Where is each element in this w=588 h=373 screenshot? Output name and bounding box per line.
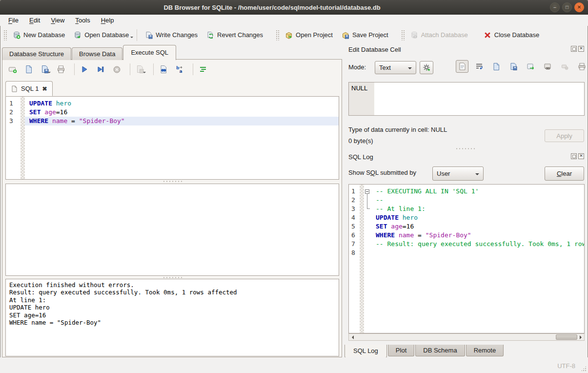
print-button[interactable] [55,63,67,76]
app-window: DB Browser for SQLite - /home/user/code/… [0,0,588,373]
chevron-down-icon [408,67,412,71]
scrollbar-thumb[interactable] [556,334,577,340]
encoding-indicator[interactable]: UTF-8 [557,362,575,370]
splitter-handle[interactable] [162,180,182,183]
line-number: 6 [349,231,360,240]
tab-browse-data[interactable]: Browse Data [72,47,122,60]
close-tab-icon[interactable]: ✖ [42,85,47,92]
tab-execute-sql[interactable]: Execute SQL [123,45,176,60]
new-database-button[interactable]: New Database [8,29,69,41]
text-document-icon [459,62,466,70]
fold-collapse-icon[interactable] [365,189,369,194]
close-panel-icon[interactable] [578,46,584,52]
code-line: WHERE name = "Spider-Boy" [25,117,339,125]
toolbar-drag-handle[interactable] [3,30,7,41]
editor-line-numbers: 123 [6,97,20,179]
menu-tools[interactable]: Tools [70,15,95,25]
save-results-button[interactable] [134,63,146,76]
dock-tab-db-schema[interactable]: DB Schema [415,345,465,356]
execute-current-line-button[interactable] [94,63,107,76]
stop-button[interactable] [110,63,123,76]
text-document-button[interactable] [456,60,468,73]
open-sql-file-button[interactable] [22,63,35,76]
toolbar-separator [193,63,193,75]
line-number: 7 [349,240,360,249]
toolbar-drag-handle[interactable] [401,30,405,41]
sql-log-filter-select[interactable]: User [432,166,484,181]
menu-file[interactable]: File [3,15,24,25]
close-panel-icon[interactable] [578,153,584,159]
toolbar-drag-handle[interactable] [276,30,279,41]
clear-log-button[interactable]: Clear [545,166,584,181]
word-wrap-button[interactable] [473,60,486,73]
horizontal-scrollbar[interactable] [348,333,585,341]
open-database-icon [74,31,81,39]
editor-code-area[interactable]: UPDATE heroSET age=16WHERE name = "Spide… [25,97,339,179]
word-wrap-icon [475,62,483,70]
save-project-button[interactable]: Save Project [337,29,393,41]
execute-all-button[interactable] [78,63,91,76]
scroll-left-arrow[interactable] [349,334,356,340]
scroll-right-arrow[interactable] [577,334,584,340]
format-sql-button[interactable] [197,63,209,76]
close-database-button[interactable]: Close Database [479,29,544,41]
tab-database-structure[interactable]: Database Structure [2,47,71,60]
set-null-icon [561,63,568,70]
menu-view[interactable]: View [45,15,70,25]
cell-size-info: 0 byte(s) [348,137,373,145]
code-line: -- EXECUTING ALL IN 'SQL 1' [371,187,584,196]
new-query-tab-button[interactable] [6,63,19,76]
cell-value: NULL [351,84,367,92]
save-sql-dropdown-caret[interactable] [48,72,51,75]
execute-all-icon [81,65,88,73]
revert-changes-button[interactable]: Revert Changes [202,29,267,41]
replace-button[interactable]: ba [173,63,186,76]
code-line [371,249,584,257]
editor-fold-margin [20,97,25,179]
save-results-dropdown-caret[interactable] [143,72,146,75]
menu-help[interactable]: Help [96,15,120,25]
cell-value-editor[interactable]: NULL [348,82,585,116]
float-panel-icon[interactable] [571,153,577,159]
open-cell-file-button[interactable] [490,60,503,73]
status-bar: UTF-8 [0,357,588,373]
save-sql-file-button[interactable] [39,63,51,76]
close-button[interactable] [574,2,584,12]
format-sql-icon [199,65,207,74]
auto-apply-button[interactable] [420,61,433,74]
dock-tab-plot[interactable]: Plot [388,345,414,356]
dock-tab-sql-log[interactable]: SQL Log [345,345,387,358]
apply-button[interactable]: Apply [545,129,584,142]
attach-database-icon [410,31,418,39]
splitter-handle[interactable] [455,147,475,150]
write-changes-button[interactable]: Write Changes [141,29,202,41]
find-button[interactable] [157,63,170,76]
menu-edit[interactable]: Edit [24,15,45,25]
save-cell-file-button[interactable] [507,60,520,73]
open-project-button[interactable]: Open Project [281,29,337,41]
log-fold-column [364,185,371,333]
sql-document-icon [11,85,18,92]
print-cell-button[interactable] [575,60,588,73]
minimize-button[interactable] [550,2,560,12]
float-panel-icon[interactable] [571,46,577,52]
open-database-button[interactable]: Open Database [69,29,133,41]
sql-log-view[interactable]: 12345678 -- EXECUTING ALL IN 'SQL 1'----… [348,184,585,333]
set-null-button[interactable] [558,60,571,73]
line-number: 4 [349,213,360,222]
mode-select[interactable]: Text [375,61,416,74]
sql-query-tab[interactable]: SQL 1 ✖ [5,81,53,96]
new-database-icon [13,31,20,39]
attach-database-button[interactable]: Attach Database [406,29,472,41]
write-changes-icon [145,31,153,39]
dock-tab-remote[interactable]: Remote [466,345,504,356]
sql-editor[interactable]: 123 UPDATE heroSET age=16WHERE name = "S… [5,96,339,180]
export-cell-button[interactable] [524,60,537,73]
line-number: 2 [349,196,360,205]
dock-tab-bar: SQL Log Plot DB Schema Remote [345,345,505,358]
resize-grip[interactable] [581,366,587,372]
code-line: -- At line 1: [371,205,584,213]
open-database-dropdown-caret[interactable] [130,37,133,40]
maximize-button[interactable] [562,2,572,12]
import-link-button[interactable] [541,60,554,73]
